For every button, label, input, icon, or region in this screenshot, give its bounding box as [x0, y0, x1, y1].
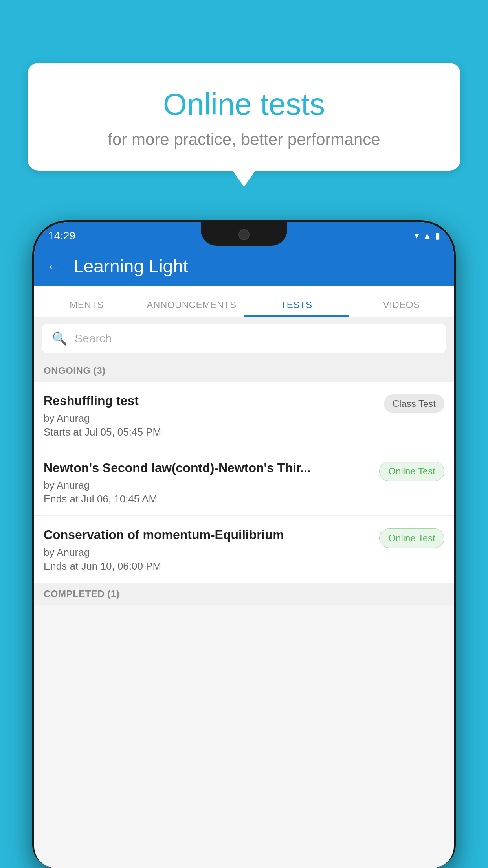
online-tests-subtitle: for more practice, better performance: [47, 130, 441, 149]
tabs-bar: MENTS ANNOUNCEMENTS TESTS VIDEOS: [34, 286, 454, 317]
test-title: Newton's Second law(contd)-Newton's Thir…: [44, 460, 371, 476]
test-item[interactable]: Reshuffling test by Anurag Starts at Jul…: [34, 382, 454, 449]
search-icon: 🔍: [52, 331, 68, 346]
test-time: Ends at Jun 10, 06:00 PM: [44, 560, 371, 572]
test-author: by Anurag: [44, 546, 371, 559]
tests-list: Reshuffling test by Anurag Starts at Jul…: [34, 382, 454, 583]
test-item[interactable]: Conservation of momentum-Equilibrium by …: [34, 516, 454, 583]
test-item-content: Conservation of momentum-Equilibrium by …: [44, 527, 379, 572]
tab-videos[interactable]: VIDEOS: [349, 300, 454, 317]
test-item-content: Newton's Second law(contd)-Newton's Thir…: [44, 460, 379, 506]
test-time: Starts at Jul 05, 05:45 PM: [44, 426, 376, 438]
phone-notch: [201, 222, 287, 246]
online-tests-title: Online tests: [47, 86, 441, 122]
status-time: 14:29: [48, 230, 75, 242]
online-test-badge-2: Online Test: [379, 528, 444, 548]
search-input-wrapper[interactable]: 🔍 Search: [42, 324, 446, 353]
test-author: by Anurag: [44, 412, 376, 425]
test-title: Reshuffling test: [44, 393, 376, 409]
phone-frame: 14:29 ▾ ▲ ▮ ← Learning Light MENTS ANNOU…: [32, 220, 456, 868]
phone-screen: 14:29 ▾ ▲ ▮ ← Learning Light MENTS ANNOU…: [34, 222, 454, 868]
speech-bubble: Online tests for more practice, better p…: [28, 63, 460, 171]
app-bar: ← Learning Light: [34, 246, 454, 286]
tab-tests[interactable]: TESTS: [244, 300, 349, 317]
online-test-badge: Online Test: [379, 462, 444, 481]
tab-ments[interactable]: MENTS: [34, 300, 139, 317]
search-container: 🔍 Search: [34, 317, 454, 360]
back-button[interactable]: ←: [46, 257, 62, 275]
test-item[interactable]: Newton's Second law(contd)-Newton's Thir…: [34, 449, 454, 516]
test-author: by Anurag: [44, 479, 371, 491]
ongoing-section-header: ONGOING (3): [34, 360, 454, 382]
wifi-icon: ▾: [415, 231, 419, 241]
app-title: Learning Light: [73, 256, 188, 277]
tab-announcements[interactable]: ANNOUNCEMENTS: [139, 300, 244, 317]
completed-section-header: COMPLETED (1): [34, 583, 454, 605]
test-time: Ends at Jul 06, 10:45 AM: [44, 493, 371, 505]
front-camera: [238, 229, 250, 240]
status-icons: ▾ ▲ ▮: [415, 231, 440, 241]
signal-icon: ▲: [423, 231, 431, 241]
battery-icon: ▮: [435, 231, 440, 241]
search-input[interactable]: Search: [75, 332, 112, 345]
test-title: Conservation of momentum-Equilibrium: [44, 527, 371, 543]
test-item-content: Reshuffling test by Anurag Starts at Jul…: [44, 393, 384, 438]
class-test-badge: Class Test: [384, 394, 444, 413]
